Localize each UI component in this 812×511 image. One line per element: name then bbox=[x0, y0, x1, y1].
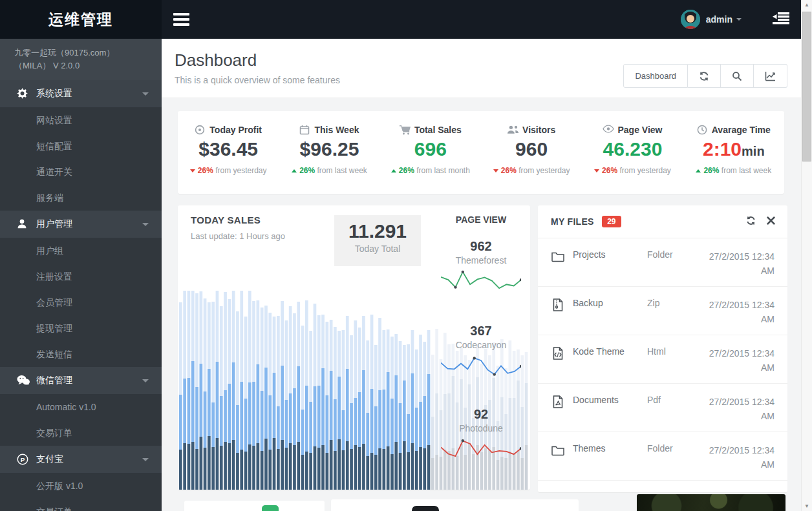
stat-label: Avarage Time bbox=[712, 125, 771, 135]
file-name: Backup bbox=[573, 298, 647, 335]
topbar: 运维管理 admin bbox=[0, 0, 801, 39]
scrollbar-down-arrow[interactable]: ▼ bbox=[802, 503, 812, 509]
alipay-icon: P bbox=[17, 454, 28, 465]
analytics-button[interactable] bbox=[754, 64, 787, 88]
sidebar-item[interactable]: 会员管理 bbox=[0, 289, 162, 315]
file-row[interactable]: ProjectsFolder27/2/2015 12:34AM bbox=[538, 238, 787, 287]
gear-icon bbox=[17, 88, 28, 99]
my-files-header: MY FILES 29 bbox=[538, 205, 787, 238]
page-view-label: Codecanyon bbox=[434, 340, 528, 350]
stat-trend: 26% from last week bbox=[279, 166, 379, 175]
screen: 运维管理 admin bbox=[0, 0, 812, 511]
my-files-count-badge: 29 bbox=[602, 216, 621, 227]
calendar-icon bbox=[299, 125, 310, 135]
today-total-value: 11.291 bbox=[334, 220, 421, 242]
sidebar-menu: 系统设置网站设置短信配置通道开关服务端用户管理用户组注册设置会员管理提现管理发送… bbox=[0, 80, 162, 511]
sidebar-section-user-management[interactable]: 用户管理 bbox=[0, 211, 162, 238]
sidebar-item[interactable]: 注册设置 bbox=[0, 264, 162, 289]
stat-total-sales: Total Sales69626% from last month bbox=[380, 111, 481, 194]
refresh-button[interactable] bbox=[688, 64, 721, 88]
search-button[interactable] bbox=[721, 64, 754, 88]
stat-avarage-time: Avarage Time2:10min26% from last week bbox=[683, 111, 784, 194]
bottom-panel-left bbox=[184, 501, 325, 511]
sidebar-item[interactable]: 通道开关 bbox=[0, 159, 162, 185]
stat-value: 46.230 bbox=[582, 138, 683, 160]
hamburger-menu-icon[interactable] bbox=[173, 13, 189, 26]
trend-up-icon bbox=[391, 169, 396, 172]
page-view-value: 367 bbox=[434, 324, 528, 339]
trend-down-icon bbox=[493, 169, 498, 172]
sidebar-section-label: 微信管理 bbox=[36, 375, 72, 386]
hamburger-bar bbox=[173, 13, 189, 16]
file-type: Folder bbox=[647, 249, 692, 286]
file-name: Kode Theme bbox=[573, 346, 647, 383]
bottom-panel-photo bbox=[637, 494, 785, 511]
sidebar-section-system-settings[interactable]: 系统设置 bbox=[0, 80, 162, 107]
chart-line-icon bbox=[765, 71, 776, 81]
stat-trend: 26% from yesterday bbox=[582, 166, 683, 175]
trend-up-icon bbox=[696, 169, 701, 172]
dashboard-button[interactable]: Dashboard bbox=[623, 64, 688, 88]
site-name: 九零一起玩（90175.com） bbox=[14, 47, 162, 59]
file-date: 27/2/2015 12:34AM bbox=[692, 443, 775, 480]
sidebar-item[interactable]: 服务端 bbox=[0, 185, 162, 211]
trend-down-icon bbox=[190, 169, 195, 172]
sidebar-section-alipay[interactable]: P支付宝 bbox=[0, 446, 162, 473]
stat-label: This Week bbox=[314, 125, 359, 135]
sidebar-item[interactable]: 用户组 bbox=[0, 238, 162, 264]
file-row[interactable]: ThemesFolder27/2/2015 12:34AM bbox=[538, 432, 787, 481]
sidebar-item[interactable]: 短信配置 bbox=[0, 133, 162, 159]
sidebar-item[interactable]: 提现管理 bbox=[0, 315, 162, 341]
sidebar-item[interactable]: 公开版 v1.0 bbox=[0, 473, 162, 499]
refresh-icon[interactable] bbox=[746, 216, 756, 225]
stat-today-profit: Today Profit$36.4526% from yesterday bbox=[178, 111, 279, 194]
sidebar-section-label: 系统设置 bbox=[36, 88, 72, 99]
stat-value: 960 bbox=[481, 138, 582, 160]
file-row[interactable]: Kode ThemeHtml27/2/2015 12:34AM bbox=[538, 335, 787, 384]
page-header: Dashboard This is a quick overview of so… bbox=[162, 39, 801, 98]
file-row[interactable]: DocumentsPdf27/2/2015 12:34AM bbox=[538, 384, 787, 432]
avatar[interactable] bbox=[681, 10, 700, 29]
stat-label: Today Profit bbox=[209, 125, 262, 135]
page-view-value: 962 bbox=[434, 239, 528, 254]
scrollbar-thumb[interactable] bbox=[802, 12, 811, 162]
close-icon[interactable] bbox=[766, 216, 776, 225]
page-view-label: Themeforest bbox=[434, 255, 528, 266]
page-view-value: 92 bbox=[434, 407, 528, 422]
scrollbar-up-arrow[interactable]: ▲ bbox=[802, 2, 812, 8]
sidebar-item[interactable]: 交易订单 bbox=[0, 499, 162, 511]
file-date: 27/2/2015 12:34AM bbox=[692, 346, 775, 383]
page-subtitle: This is a quick overview of some feature… bbox=[175, 75, 340, 85]
user-menu[interactable]: admin bbox=[706, 14, 732, 25]
search-icon bbox=[732, 71, 742, 81]
file-date: 27/2/2015 12:34AM bbox=[692, 298, 775, 335]
wechat-icon bbox=[17, 375, 28, 386]
stat-this-week: This Week$96.2526% from last week bbox=[279, 111, 379, 194]
stat-visitors: Visitors96026% from yesterday bbox=[481, 111, 582, 194]
stat-label: Page View bbox=[617, 125, 662, 135]
right-sidebar-toggle-icon[interactable] bbox=[773, 12, 789, 27]
stat-label: Total Sales bbox=[414, 125, 462, 135]
stat-trend: 26% from yesterday bbox=[481, 166, 582, 175]
today-sales-title: TODAY SALES bbox=[191, 214, 261, 225]
file-row[interactable]: BackupZip27/2/2015 12:34AM bbox=[538, 287, 787, 335]
stat-label: Visitors bbox=[522, 125, 555, 135]
sidebar: 九零一起玩（90175.com） （MILA） V 2.0.0 系统设置网站设置… bbox=[0, 39, 162, 511]
svg-text:P: P bbox=[21, 456, 25, 463]
page-view-codecanyon: 367Codecanyon bbox=[434, 324, 528, 383]
trend-up-icon bbox=[292, 169, 297, 172]
refresh-icon bbox=[699, 71, 709, 81]
sidebar-item[interactable]: 交易订单 bbox=[0, 420, 162, 446]
stats-panel: Today Profit$36.4526% from yesterdayThis… bbox=[178, 111, 784, 194]
sidebar-section-wechat-management[interactable]: 微信管理 bbox=[0, 367, 162, 394]
page-scrollbar[interactable]: ▲ ▼ bbox=[801, 0, 812, 511]
my-files-title: MY FILES bbox=[551, 216, 594, 227]
sidebar-item[interactable]: Automatic v1.0 bbox=[0, 394, 162, 420]
user-icon bbox=[17, 218, 28, 230]
file-date: 27/2/2015 12:34AM bbox=[692, 395, 775, 432]
sidebar-item[interactable]: 发送短信 bbox=[0, 341, 162, 367]
stat-trend: 26% from last week bbox=[683, 166, 784, 175]
bottom-panel-center bbox=[331, 499, 579, 511]
sidebar-item[interactable]: 网站设置 bbox=[0, 107, 162, 133]
stat-trend: 26% from yesterday bbox=[178, 166, 279, 175]
